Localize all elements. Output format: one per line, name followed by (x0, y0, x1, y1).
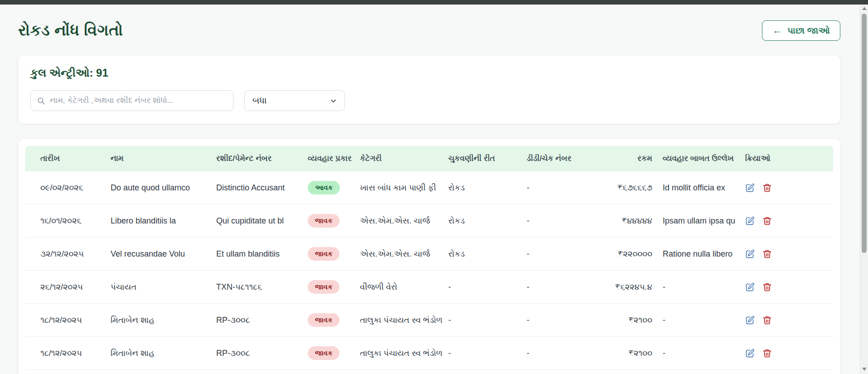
cell-receipt-number: Distinctio Accusant (216, 183, 308, 193)
cell-receipt-number: Qui cupiditate ut bl (216, 216, 308, 226)
column-header: વ્યવહાર બાબત ઉલ્લેખ (652, 154, 742, 163)
cell-receipt-number: TXN-૫૮૧૧૮૬ (216, 282, 308, 292)
cell-payment-method: રોકડ (448, 249, 527, 259)
cell-remark: - (652, 282, 742, 292)
trash-icon (762, 216, 772, 226)
cell-name: Libero blanditiis la (111, 216, 216, 226)
table-body: ૦૯/૦૨/૨૦૨૬ Do aute quod ullamco Distinct… (25, 171, 833, 370)
delete-button[interactable] (762, 349, 772, 358)
transaction-type-badge: જાવક (308, 247, 339, 261)
cell-amount: ₹૬૭૬૬૬૭ (580, 183, 652, 193)
column-header: નામ (111, 154, 216, 163)
transaction-type-badge: જાવક (308, 346, 339, 360)
cell-category: ખાસ બાંધ કામ પાણી ફી (360, 183, 448, 193)
table-row: ૨૬/૧૨/૨૦૨૫ પંચાયત TXN-૫૮૧૧૮૬ જાવક વીજળી … (25, 271, 833, 304)
back-arrow-icon: ← (772, 25, 782, 35)
edit-button[interactable] (745, 316, 755, 325)
edit-button[interactable] (745, 349, 755, 358)
cell-receipt-number: Et ullam blanditiis (216, 249, 308, 259)
column-header: ક્રિયાઓ (742, 154, 833, 163)
type-filter-select[interactable]: બધા (244, 90, 345, 111)
search-input[interactable] (50, 96, 227, 105)
edit-button[interactable] (745, 216, 755, 226)
cell-dd-cheque: - (527, 183, 580, 193)
delete-button[interactable] (762, 282, 772, 292)
column-header: કેટેગરી (360, 154, 448, 163)
cell-payment-method: - (448, 349, 527, 358)
cell-payment-method: - (448, 316, 527, 325)
table-row: ૧૮/૧૨/૨૦૨૫ મિતાબેન શાહ RP-૩૦૦૮ જાવક તાલુ… (25, 304, 833, 337)
cell-payment-method: રોકડ (448, 216, 527, 226)
edit-button[interactable] (745, 282, 755, 292)
edit-icon (745, 349, 755, 358)
cell-category: એસ.એમ.એસ. ચાર્જ (360, 216, 448, 226)
cell-date: ૧૮/૧૨/૨૦૨૫ (25, 349, 111, 358)
cell-name: Vel recusandae Volu (111, 249, 216, 259)
total-entries-label: કુલ એન્ટ્રીઓ: 91 (30, 67, 828, 79)
cell-name: Do aute quod ullamco (111, 183, 216, 193)
trash-icon (762, 183, 772, 193)
entries-table-card: તારીખનામરશીદ/પેમેન્ટ નંબરવ્યવહાર પ્રકારક… (18, 139, 840, 374)
column-header: ડીડી/ચેક નંબર (527, 154, 580, 163)
edit-icon (745, 282, 755, 292)
cell-payment-method: - (448, 282, 527, 292)
filters-card: કુલ એન્ટ્રીઓ: 91 બધા (18, 55, 840, 124)
cell-dd-cheque: - (527, 349, 580, 358)
back-button[interactable]: ← પાછા જાઓ (762, 20, 840, 41)
search-box[interactable] (30, 90, 233, 111)
scrollbar-thumb[interactable] (862, 14, 867, 253)
table-header-row: તારીખનામરશીદ/પેમેન્ટ નંબરવ્યવહાર પ્રકારક… (25, 146, 833, 171)
page-scrollbar[interactable] (860, 0, 868, 374)
cell-remark: - (652, 349, 742, 358)
delete-button[interactable] (762, 249, 772, 259)
scrollbar-up-arrow-icon[interactable] (862, 7, 867, 10)
scrollbar-down-arrow-icon[interactable] (862, 368, 867, 371)
cell-remark: Ipsam ullam ipsa qu (652, 216, 742, 226)
cell-dd-cheque: - (527, 216, 580, 226)
column-header: ચુકવણીની રીત (448, 154, 527, 163)
column-header: રશીદ/પેમેન્ટ નંબર (216, 154, 308, 163)
transaction-type-badge: જાવક (308, 214, 339, 228)
table-row: ૦૯/૦૨/૨૦૨૬ Do aute quod ullamco Distinct… (25, 171, 833, 204)
column-header: રકમ (580, 154, 652, 163)
cell-name: પંચાયત (111, 282, 216, 292)
delete-button[interactable] (762, 183, 772, 193)
delete-button[interactable] (762, 216, 772, 226)
cell-amount: ₹૨૧૦૦ (580, 316, 652, 325)
cell-category: વીજળી વેરો (360, 282, 448, 292)
table-row: ૧૮/૧૨/૨૦૨૫ મિતાબેન શાહ RP-૩૦૦૮ જાવક તાલુ… (25, 337, 833, 370)
column-header: વ્યવહાર પ્રકાર (308, 154, 360, 163)
chevron-down-icon (330, 97, 337, 104)
cell-date: ૩૨/૧૨/૨૦૨૫ (25, 249, 111, 259)
cell-payment-method: રોકડ (448, 183, 527, 193)
trash-icon (762, 249, 772, 259)
cell-amount: ₹૨૨૦૦૦૦ (580, 249, 652, 259)
browser-top-strip (0, 0, 868, 5)
column-header: તારીખ (25, 154, 111, 163)
table-row: ૧૬/૦૧/૨૦૨૬ Libero blanditiis la Qui cupi… (25, 204, 833, 238)
type-filter-selected-value: બધા (252, 96, 267, 106)
cell-date: ૨૬/૧૨/૨૦૨૫ (25, 282, 111, 292)
page-header: રોકડ નોંધ વિગતો ← પાછા જાઓ (18, 17, 840, 44)
trash-icon (762, 316, 772, 325)
cell-name: મિતાબેન શાહ (111, 316, 216, 325)
cell-remark: - (652, 316, 742, 325)
edit-button[interactable] (745, 249, 755, 259)
cell-category: એસ.એમ.એસ. ચાર્જ (360, 249, 448, 259)
edit-icon (745, 183, 755, 193)
edit-button[interactable] (745, 183, 755, 193)
back-button-label: પાછા જાઓ (787, 25, 830, 36)
cell-date: ૧૬/૦૧/૨૦૨૬ (25, 216, 111, 226)
cell-remark: Ratione nulla libero (652, 249, 742, 259)
transaction-type-badge: આવક (308, 181, 340, 194)
cell-date: ૧૮/૧૨/૨૦૨૫ (25, 316, 111, 325)
cell-amount: ₹૬૨૨૪૫.૪ (580, 282, 652, 292)
cell-category: તાલુકા પંચાયત સ્વ ભંડોળ (360, 349, 448, 358)
trash-icon (762, 282, 772, 292)
page-title: રોકડ નોંધ વિગતો (18, 21, 123, 39)
cell-date: ૦૯/૦૨/૨૦૨૬ (25, 183, 111, 193)
cell-name: મિતાબેન શાહ (111, 349, 216, 358)
cell-dd-cheque: - (527, 249, 580, 259)
delete-button[interactable] (762, 316, 772, 325)
edit-icon (745, 249, 755, 259)
